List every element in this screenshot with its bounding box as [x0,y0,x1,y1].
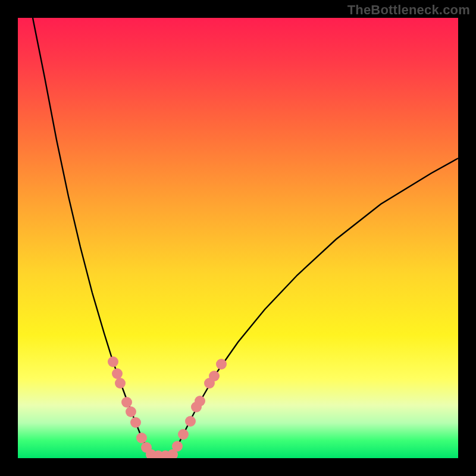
data-marker [178,429,189,440]
data-marker [216,359,227,369]
data-marker [115,378,126,389]
data-marker [209,371,220,381]
data-marker [121,397,132,408]
curve-right-branch [173,158,458,455]
watermark-text: TheBottleneck.com [347,2,470,18]
data-marker [112,368,123,379]
data-marker [185,416,196,427]
data-marker [195,396,205,406]
chart-svg [18,18,458,458]
data-marker [126,406,136,417]
data-marker [108,356,118,367]
curve-left-branch [33,18,152,455]
chart-frame: TheBottleneck.com [0,0,476,476]
plot-area [18,18,458,458]
data-marker [130,417,141,428]
data-marker [172,441,183,452]
data-marker [136,433,147,443]
data-markers [108,356,227,458]
